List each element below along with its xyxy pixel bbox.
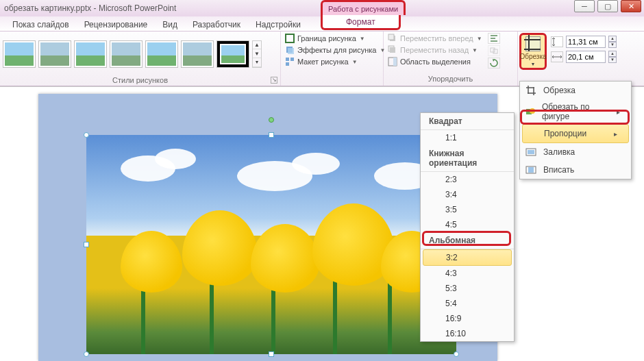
gallery-more-button[interactable]: ▾: [253, 58, 261, 67]
crop-icon: [525, 36, 541, 51]
tab-developer[interactable]: Разработчик: [190, 18, 243, 31]
tab-review[interactable]: Рецензирование: [82, 18, 151, 31]
close-button[interactable]: ✕: [621, 0, 641, 12]
group-size: Обрезка ▼ ▲▼ ▲▼: [518, 32, 644, 86]
send-backward-button: Переместить назад▼: [386, 45, 484, 55]
blank-icon: [525, 127, 538, 140]
group-label: Стили рисунков↘: [0, 76, 280, 86]
resize-handle[interactable]: [84, 132, 89, 138]
group-label: Упорядочить: [384, 75, 517, 84]
rotate-button[interactable]: [488, 58, 500, 69]
svg-rect-9: [390, 47, 395, 53]
picture-style-thumb[interactable]: [145, 40, 178, 68]
selection-pane-icon: [388, 57, 397, 66]
fill-icon: [524, 146, 538, 158]
aspect-2-3[interactable]: 2:3: [421, 172, 514, 187]
group-picture-adjust: Граница рисунка▼ Эффекты для рисунка▼ Ма…: [281, 32, 384, 86]
tab-format[interactable]: Формат: [321, 15, 401, 30]
tab-slideshow[interactable]: Показ слайдов: [10, 18, 72, 31]
crop-item[interactable]: Обрезка: [520, 82, 631, 99]
width-spin-up[interactable]: ▲: [608, 51, 617, 57]
shape-icon: [524, 105, 536, 118]
gallery-up-button[interactable]: ▲: [253, 41, 261, 50]
forward-icon: [388, 34, 397, 43]
crop-icon: [524, 84, 538, 97]
width-input[interactable]: [566, 51, 606, 63]
contextual-tab-group: Работа с рисунками: [321, 0, 406, 15]
aspect-3-2[interactable]: 3:2: [423, 249, 512, 266]
svg-rect-11: [393, 58, 397, 66]
style-gallery-scroll: ▲ ▼ ▾: [252, 40, 262, 68]
svg-point-15: [530, 108, 535, 114]
picture-style-thumb[interactable]: [181, 40, 214, 68]
svg-rect-0: [286, 34, 294, 42]
aspect-16-10[interactable]: 16:10: [421, 326, 514, 341]
crop-split-button[interactable]: Обрезка ▼: [519, 33, 547, 70]
aspect-16-9[interactable]: 16:9: [421, 311, 514, 326]
width-icon: [551, 51, 563, 62]
svg-rect-13: [493, 49, 497, 53]
selected-picture[interactable]: [86, 135, 456, 354]
resize-handle[interactable]: [269, 351, 274, 357]
title-bar: обрезать картинку.pptx - Microsoft Power…: [0, 0, 644, 16]
picture-style-thumb[interactable]: [216, 40, 249, 68]
aspect-1-1[interactable]: 1:1: [421, 130, 514, 145]
height-icon: [551, 36, 563, 47]
svg-rect-19: [528, 167, 534, 173]
picture-effects-button[interactable]: Эффекты для рисунка▼: [284, 45, 380, 55]
filename: обрезать картинку.pptx: [4, 3, 91, 13]
bring-forward-button: Переместить вперед▼: [386, 33, 484, 44]
aspect-4-5[interactable]: 4:5: [421, 217, 514, 232]
resize-handle[interactable]: [269, 132, 274, 138]
svg-rect-4: [290, 58, 294, 61]
dialog-launcher[interactable]: ↘: [271, 77, 277, 84]
picture-style-thumb[interactable]: [74, 40, 107, 68]
svg-rect-12: [491, 48, 495, 52]
width-spin-down[interactable]: ▼: [608, 57, 617, 63]
ribbon: ▲ ▼ ▾ Стили рисунков↘ Граница рисунка▼ Э…: [0, 32, 644, 86]
resize-handle[interactable]: [84, 242, 89, 247]
fill-item[interactable]: Заливка: [520, 143, 631, 161]
layout-icon: [285, 57, 295, 66]
picture-style-thumb[interactable]: [3, 40, 36, 68]
crop-to-shape-item[interactable]: Обрезать по фигуре: [520, 99, 631, 124]
picture-style-thumb[interactable]: [38, 40, 71, 68]
menu-header-landscape: Альбомная: [421, 232, 514, 249]
aspect-5-3[interactable]: 5:3: [421, 281, 514, 296]
aspect-ratio-item[interactable]: Пропорции: [522, 124, 629, 143]
svg-rect-17: [528, 150, 534, 154]
backward-icon: [388, 45, 397, 55]
picture-layout-button[interactable]: Макет рисунка▼: [284, 56, 380, 67]
minimize-button[interactable]: ─: [574, 0, 595, 12]
height-spin-up[interactable]: ▲: [608, 36, 617, 42]
align-button[interactable]: [488, 33, 500, 44]
maximize-button[interactable]: ▢: [597, 0, 618, 12]
height-spin-down[interactable]: ▼: [608, 42, 617, 48]
resize-handle[interactable]: [84, 351, 89, 357]
group-picture-styles: ▲ ▼ ▾ Стили рисунков↘: [0, 32, 281, 86]
app-name: Microsoft PowerPoint: [99, 3, 176, 13]
svg-rect-7: [388, 34, 394, 40]
svg-rect-2: [288, 48, 294, 54]
fit-item[interactable]: Вписать: [520, 161, 631, 179]
aspect-5-4[interactable]: 5:4: [421, 296, 514, 311]
effects-icon: [285, 45, 295, 55]
selection-pane-button[interactable]: Область выделения: [386, 56, 484, 67]
document-title: обрезать картинку.pptx - Microsoft Power…: [0, 3, 176, 13]
group-button[interactable]: [488, 45, 500, 56]
aspect-3-4[interactable]: 3:4: [421, 187, 514, 202]
crop-menu: Обрезка Обрезать по фигуре Пропорции Зал…: [519, 81, 632, 179]
picture-style-thumb[interactable]: [110, 40, 143, 68]
aspect-3-5[interactable]: 3:5: [421, 202, 514, 217]
aspect-4-3[interactable]: 4:3: [421, 266, 514, 281]
border-icon: [285, 34, 295, 43]
picture-border-button[interactable]: Граница рисунка▼: [284, 33, 380, 44]
tab-view[interactable]: Вид: [160, 18, 180, 31]
height-input[interactable]: [566, 36, 606, 48]
tab-addins[interactable]: Надстройки: [253, 18, 304, 31]
rotate-handle[interactable]: [269, 117, 274, 123]
menu-header-portrait: Книжная ориентация: [421, 145, 514, 172]
gallery-down-button[interactable]: ▼: [253, 49, 261, 58]
resize-handle[interactable]: [454, 351, 459, 357]
svg-rect-3: [286, 58, 289, 61]
